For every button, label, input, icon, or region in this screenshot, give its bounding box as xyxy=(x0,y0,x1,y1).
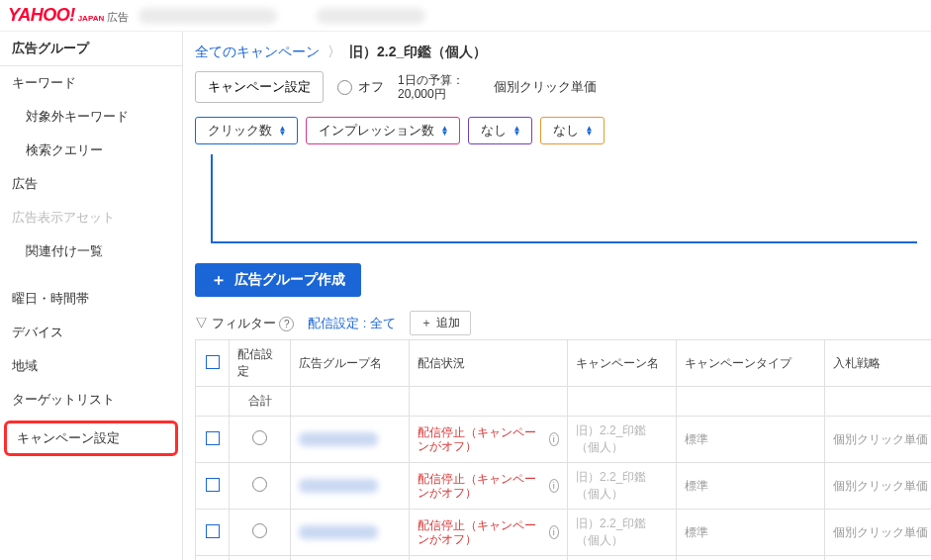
blurred-account-info xyxy=(139,8,277,24)
metric-chip-impr[interactable]: インプレッション数 ▲▼ xyxy=(306,117,460,144)
metric-label: インプレッション数 xyxy=(319,122,434,140)
sidebar-item-negative-kw[interactable]: 対象外キーワード xyxy=(0,100,182,134)
col-delivery-setting[interactable]: 配信設定 xyxy=(230,340,291,387)
campaign-type-cell: 標準 xyxy=(677,463,825,510)
chart-area xyxy=(211,154,917,243)
col-delivery-status[interactable]: 配信状況 xyxy=(410,340,568,387)
row-checkbox[interactable] xyxy=(206,431,220,445)
radio-icon xyxy=(337,80,352,95)
col-adgroup-name[interactable]: 広告グループ名 xyxy=(291,340,410,387)
info-icon[interactable]: i xyxy=(549,432,559,446)
bid-strategy-cell: 個別クリック単価 xyxy=(825,463,932,510)
plus-icon: ＋ xyxy=(211,272,227,288)
sidebar-item-adgroup[interactable]: 広告グループ xyxy=(0,32,182,66)
sidebar-item-device[interactable]: デバイス xyxy=(0,316,182,349)
table-row: 配信停止（キャンペーンがオフ）i旧）2.2_印鑑（個人）標準個別クリック単価 xyxy=(196,556,932,561)
sidebar-item-campaign-settings[interactable]: キャンペーン設定 xyxy=(4,420,178,456)
add-label: 追加 xyxy=(436,315,460,331)
info-icon[interactable]: i xyxy=(549,525,559,539)
metric-label: なし xyxy=(481,122,507,140)
help-icon[interactable]: ? xyxy=(279,317,294,331)
info-icon[interactable]: i xyxy=(549,479,559,493)
delivery-off-icon[interactable] xyxy=(252,477,267,492)
plus-icon: ＋ xyxy=(420,315,432,331)
table-header: 配信設定 広告グループ名 配信状況 キャンペーン名 キャンペーンタイプ 入札戦略 xyxy=(196,340,932,387)
col-campaign-type[interactable]: キャンペーンタイプ xyxy=(677,340,825,387)
sidebar-item-keyword[interactable]: キーワード xyxy=(0,66,182,100)
metric-chip-none-1[interactable]: なし ▲▼ xyxy=(468,117,532,144)
campaign-name-cell[interactable]: 旧）2.2_印鑑（個人） xyxy=(568,463,677,510)
sort-icon: ▲▼ xyxy=(440,126,449,136)
top-bar: YAHOO! JAPAN 広告 xyxy=(0,0,931,32)
sidebar-item-dayparts[interactable]: 曜日・時間帯 xyxy=(0,282,182,316)
sort-icon: ▲▼ xyxy=(278,126,287,136)
row-checkbox[interactable] xyxy=(206,478,220,492)
delivery-status-text: 配信停止（キャンペーンがオフ） xyxy=(418,425,541,454)
blurred-adgroup-name[interactable] xyxy=(299,432,378,446)
sidebar: 広告グループ キーワード 対象外キーワード 検索クエリー 広告 広告表示アセット… xyxy=(0,32,183,560)
delivery-off-icon[interactable] xyxy=(252,523,267,538)
sidebar-item-ads[interactable]: 広告 xyxy=(0,167,182,201)
logo-main: YAHOO! xyxy=(8,5,75,26)
budget-header: 1日の予算： xyxy=(398,73,464,87)
sidebar-item-location[interactable]: 地域 xyxy=(0,349,182,383)
filter-trigger[interactable]: ▽ フィルター ? xyxy=(195,315,294,332)
chevron-right-icon: 〉 xyxy=(327,44,341,61)
sidebar-item-ad-assets[interactable]: 広告表示アセット xyxy=(0,201,182,234)
breadcrumb-root[interactable]: 全てのキャンペーン xyxy=(195,44,320,61)
breadcrumb-current: 旧）2.2_印鑑（個人） xyxy=(349,44,487,61)
campaign-type-cell: 標準 xyxy=(677,556,825,561)
campaign-type-cell: 標準 xyxy=(677,417,825,463)
budget-amount: 20,000円 xyxy=(398,87,464,101)
logo-japan: JAPAN xyxy=(78,14,105,23)
campaign-settings-button[interactable]: キャンペーン設定 xyxy=(195,71,324,103)
blurred-adgroup-name[interactable] xyxy=(299,479,378,493)
filter-icon: ▽ xyxy=(195,316,208,330)
metric-chip-none-2[interactable]: なし ▲▼ xyxy=(540,117,605,144)
campaign-name-cell[interactable]: 旧）2.2_印鑑（個人） xyxy=(568,556,677,561)
bid-strategy-cell: 個別クリック単価 xyxy=(825,556,932,561)
sidebar-item-search-query[interactable]: 検索クエリー xyxy=(0,134,182,167)
sidebar-item-targetlist[interactable]: ターゲットリスト xyxy=(0,383,182,417)
total-row: 合計 xyxy=(196,387,932,417)
filter-add-button[interactable]: ＋ 追加 xyxy=(410,311,471,335)
metric-chip-clicks[interactable]: クリック数 ▲▼ xyxy=(195,117,298,144)
main-panel: 全てのキャンペーン 〉 旧）2.2_印鑑（個人） キャンペーン設定 オフ 1日の… xyxy=(183,32,931,560)
bid-strategy-cell: 個別クリック単価 xyxy=(825,510,932,556)
status-off-toggle[interactable]: オフ xyxy=(337,78,384,96)
metric-label: クリック数 xyxy=(208,122,272,140)
campaign-type-cell: 標準 xyxy=(677,510,825,556)
bid-strategy-cell: 個別クリック単価 xyxy=(825,417,932,463)
delivery-status-text: 配信停止（キャンペーンがオフ） xyxy=(418,518,541,547)
cpc-label: 個別クリック単価 xyxy=(494,78,597,96)
filter-status-pill[interactable]: 配信設定 : 全て xyxy=(308,315,396,332)
col-bid-strategy[interactable]: 入札戦略 xyxy=(825,340,932,387)
delivery-status-text: 配信停止（キャンペーンがオフ） xyxy=(418,472,541,501)
sort-icon: ▲▼ xyxy=(585,126,594,136)
logo-koukoku: 広告 xyxy=(107,10,129,25)
sort-icon: ▲▼ xyxy=(512,126,521,136)
table-row: 配信停止（キャンペーンがオフ）i旧）2.2_印鑑（個人）標準個別クリック単価 xyxy=(196,463,932,510)
breadcrumb: 全てのキャンペーン 〉 旧）2.2_印鑑（個人） xyxy=(195,44,925,61)
create-adgroup-button[interactable]: ＋ 広告グループ作成 xyxy=(195,263,361,297)
campaign-name-cell[interactable]: 旧）2.2_印鑑（個人） xyxy=(568,510,677,556)
campaign-name-cell[interactable]: 旧）2.2_印鑑（個人） xyxy=(568,417,677,463)
table-row: 配信停止（キャンペーンがオフ）i旧）2.2_印鑑（個人）標準個別クリック単価 xyxy=(196,510,932,556)
filter-label: フィルター xyxy=(212,316,276,330)
metric-label: なし xyxy=(553,122,579,140)
table-row: 配信停止（キャンペーンがオフ）i旧）2.2_印鑑（個人）標準個別クリック単価 xyxy=(196,417,932,463)
row-checkbox[interactable] xyxy=(206,524,220,538)
off-label: オフ xyxy=(358,78,384,96)
select-all-checkbox[interactable] xyxy=(206,355,220,369)
logo[interactable]: YAHOO! JAPAN 広告 xyxy=(8,5,129,26)
blurred-account-info-2 xyxy=(317,8,425,24)
daily-budget: 1日の予算： 20,000円 xyxy=(398,73,464,102)
create-label: 広告グループ作成 xyxy=(234,271,345,289)
adgroup-table: 配信設定 広告グループ名 配信状況 キャンペーン名 キャンペーンタイプ 入札戦略… xyxy=(195,339,931,560)
blurred-adgroup-name[interactable] xyxy=(299,525,378,539)
delivery-off-icon[interactable] xyxy=(252,430,267,445)
col-campaign-name[interactable]: キャンペーン名 xyxy=(568,340,677,387)
sidebar-item-associations[interactable]: 関連付け一覧 xyxy=(0,234,182,268)
